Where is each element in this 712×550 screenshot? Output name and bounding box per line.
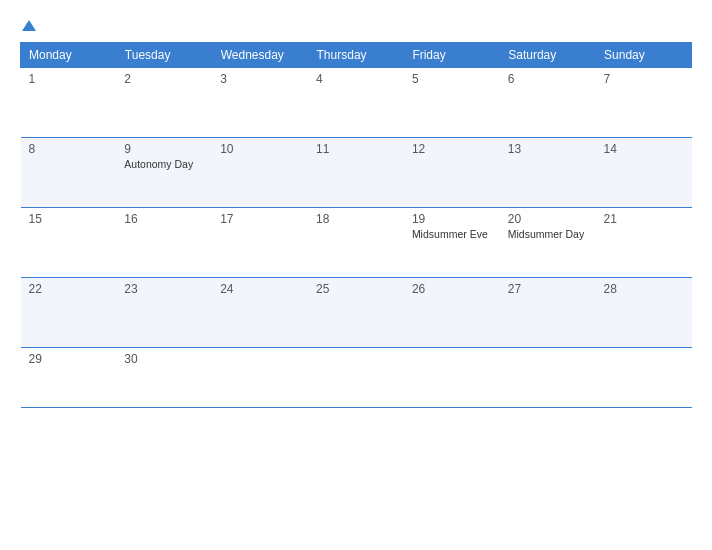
- day-cell: 21: [596, 208, 692, 278]
- day-cell: 26: [404, 278, 500, 348]
- day-number: 23: [124, 282, 204, 296]
- col-header-wednesday: Wednesday: [212, 43, 308, 68]
- col-header-friday: Friday: [404, 43, 500, 68]
- week-row-1: 89Autonomy Day1011121314: [21, 138, 692, 208]
- col-header-monday: Monday: [21, 43, 117, 68]
- day-cell: 20Midsummer Day: [500, 208, 596, 278]
- day-cell: 9Autonomy Day: [116, 138, 212, 208]
- day-cell: [212, 348, 308, 408]
- week-row-4: 2930: [21, 348, 692, 408]
- day-number: 9: [124, 142, 204, 156]
- day-cell: 2: [116, 68, 212, 138]
- day-number: 8: [29, 142, 109, 156]
- day-number: 12: [412, 142, 492, 156]
- day-cell: 25: [308, 278, 404, 348]
- day-number: 2: [124, 72, 204, 86]
- day-number: 6: [508, 72, 588, 86]
- day-cell: 24: [212, 278, 308, 348]
- day-number: 21: [604, 212, 684, 226]
- day-number: 10: [220, 142, 300, 156]
- day-cell: 11: [308, 138, 404, 208]
- day-number: 4: [316, 72, 396, 86]
- day-cell: [404, 348, 500, 408]
- day-cell: [308, 348, 404, 408]
- day-number: 30: [124, 352, 204, 366]
- day-number: 20: [508, 212, 588, 226]
- day-cell: 19Midsummer Eve: [404, 208, 500, 278]
- calendar-page: MondayTuesdayWednesdayThursdayFridaySatu…: [0, 0, 712, 550]
- day-number: 5: [412, 72, 492, 86]
- day-number: 11: [316, 142, 396, 156]
- week-row-2: 1516171819Midsummer Eve20Midsummer Day21: [21, 208, 692, 278]
- day-number: 27: [508, 282, 588, 296]
- day-cell: 30: [116, 348, 212, 408]
- day-number: 3: [220, 72, 300, 86]
- day-number: 29: [29, 352, 109, 366]
- day-event: Midsummer Eve: [412, 228, 492, 240]
- day-number: 28: [604, 282, 684, 296]
- day-event: Midsummer Day: [508, 228, 588, 240]
- day-cell: 16: [116, 208, 212, 278]
- day-cell: 29: [21, 348, 117, 408]
- day-cell: [500, 348, 596, 408]
- day-cell: 7: [596, 68, 692, 138]
- day-number: 18: [316, 212, 396, 226]
- day-cell: 15: [21, 208, 117, 278]
- day-cell: 3: [212, 68, 308, 138]
- col-header-tuesday: Tuesday: [116, 43, 212, 68]
- day-number: 1: [29, 72, 109, 86]
- day-cell: 14: [596, 138, 692, 208]
- day-number: 14: [604, 142, 684, 156]
- logo-triangle-icon: [22, 20, 36, 31]
- week-row-0: 1234567: [21, 68, 692, 138]
- day-number: 19: [412, 212, 492, 226]
- day-number: 22: [29, 282, 109, 296]
- logo-text: [20, 18, 36, 34]
- day-number: 7: [604, 72, 684, 86]
- col-header-thursday: Thursday: [308, 43, 404, 68]
- day-cell: 4: [308, 68, 404, 138]
- day-cell: 1: [21, 68, 117, 138]
- day-number: 17: [220, 212, 300, 226]
- day-number: 25: [316, 282, 396, 296]
- logo: [20, 18, 36, 34]
- day-cell: 6: [500, 68, 596, 138]
- day-cell: [596, 348, 692, 408]
- day-number: 13: [508, 142, 588, 156]
- day-cell: 27: [500, 278, 596, 348]
- day-number: 26: [412, 282, 492, 296]
- day-cell: 5: [404, 68, 500, 138]
- day-cell: 12: [404, 138, 500, 208]
- day-number: 16: [124, 212, 204, 226]
- calendar-header: [20, 18, 692, 34]
- calendar-header-row: MondayTuesdayWednesdayThursdayFridaySatu…: [21, 43, 692, 68]
- day-cell: 22: [21, 278, 117, 348]
- day-number: 24: [220, 282, 300, 296]
- day-cell: 10: [212, 138, 308, 208]
- col-header-saturday: Saturday: [500, 43, 596, 68]
- col-header-sunday: Sunday: [596, 43, 692, 68]
- day-cell: 28: [596, 278, 692, 348]
- day-cell: 13: [500, 138, 596, 208]
- day-cell: 23: [116, 278, 212, 348]
- day-cell: 18: [308, 208, 404, 278]
- day-cell: 8: [21, 138, 117, 208]
- day-cell: 17: [212, 208, 308, 278]
- day-event: Autonomy Day: [124, 158, 204, 170]
- day-number: 15: [29, 212, 109, 226]
- calendar-table: MondayTuesdayWednesdayThursdayFridaySatu…: [20, 42, 692, 408]
- week-row-3: 22232425262728: [21, 278, 692, 348]
